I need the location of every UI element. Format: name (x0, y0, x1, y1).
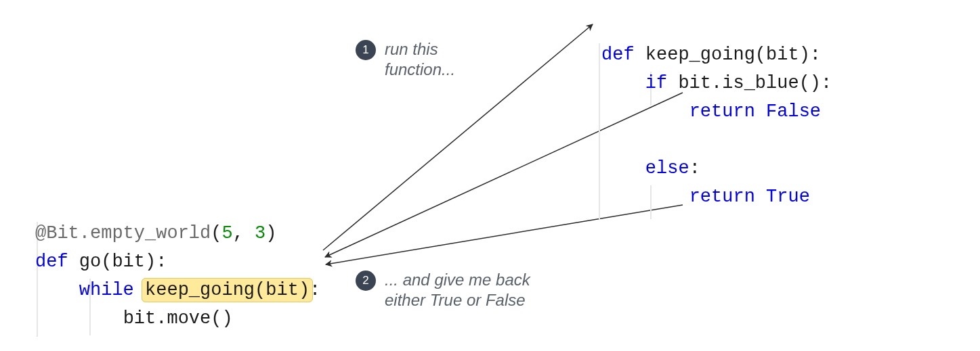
decorator-name: Bit.empty_world (46, 223, 211, 243)
bool-literal: True (766, 187, 810, 207)
call-name: keep_going (145, 280, 255, 300)
code-line: if bit.is_blue(): (601, 73, 832, 93)
arg-number: 3 (255, 223, 265, 243)
call-arg: bit (265, 280, 299, 300)
method-name: move (167, 308, 211, 329)
code-block-caller: @Bit.empty_world(5, 3) def go(bit): whil… (35, 191, 320, 351)
keyword-if: if (645, 73, 679, 93)
indent-guide (599, 43, 600, 219)
method-name: is_blue (722, 73, 798, 93)
code-line: return True (601, 187, 810, 207)
code-line: return False (601, 101, 821, 122)
bool-literal: False (766, 101, 821, 122)
code-line: def keep_going(bit): (601, 45, 821, 65)
code-line: else: (601, 158, 700, 179)
code-line: while keep_going(bit): (35, 280, 320, 300)
keyword-def: def (35, 252, 79, 272)
code-line: def go(bit): (35, 252, 167, 272)
step-caption-1: run this function... (385, 39, 534, 80)
decorator-at: @ (35, 223, 46, 243)
step-badge-1: 1 (356, 40, 376, 60)
keyword-while: while (79, 280, 145, 300)
code-block-callee: def keep_going(bit): if bit.is_blue(): r… (601, 12, 832, 239)
diagram-stage: @Bit.empty_world(5, 3) def go(bit): whil… (0, 0, 980, 351)
keyword-else: else (645, 158, 689, 179)
param: bit (766, 45, 799, 65)
code-line: @Bit.empty_world(5, 3) (35, 223, 276, 243)
highlighted-call: keep_going(bit) (142, 278, 313, 302)
keyword-return: return (689, 101, 766, 122)
function-name: go (79, 252, 101, 272)
step-badge-2: 2 (356, 271, 376, 291)
step-caption-2: ... and give me back either True or Fals… (385, 270, 574, 310)
keyword-def: def (601, 45, 645, 65)
arg-number: 5 (221, 223, 232, 243)
keyword-return: return (689, 187, 766, 207)
param: bit (112, 252, 145, 272)
function-name: keep_going (645, 45, 755, 65)
code-line: bit.move() (35, 308, 233, 329)
